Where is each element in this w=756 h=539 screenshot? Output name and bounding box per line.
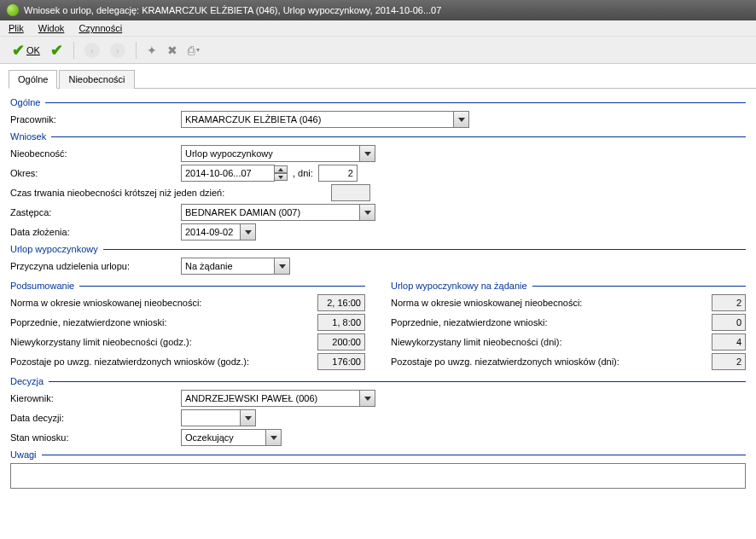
nieobecnosc-input[interactable] [181, 145, 360, 162]
okres-input[interactable] [181, 165, 275, 182]
wrench-icon: ✖ [167, 43, 177, 57]
menu-widok[interactable]: Widok [38, 23, 65, 33]
poprzednie-label: Poprzednie, niezatwierdzone wnioski: [10, 317, 317, 327]
print-icon: ⎙ [188, 43, 195, 57]
group-wniosek: Wniosek [10, 131, 746, 142]
tab-nieobecnosci[interactable]: Nieobecności [59, 70, 134, 89]
group-ogolne: Ogólne [10, 97, 746, 107]
pozostaje-godz-label: Pozostaje po uwzg. niezatwierdzonych wni… [10, 356, 317, 367]
dropdown-icon[interactable] [360, 390, 375, 407]
pozostaje-dni-label: Pozostaje po uwzg. niezatwierdzonych wni… [391, 356, 712, 367]
dropdown-icon[interactable] [241, 409, 256, 426]
poprzednie-value-2: 0 [712, 314, 746, 331]
pozostaje-dni-value: 2 [712, 353, 746, 370]
czas-trwania-label: Czas trwania nieobecności krótszej niż j… [10, 188, 331, 198]
menu-bar: Plik Widok Czynności [0, 20, 756, 37]
check-icon: ✔ [12, 41, 25, 60]
group-decyzja: Decyzja [10, 376, 746, 386]
group-urlop-wyp: Urlop wypoczynkowy [10, 244, 746, 254]
poprzednie-value: 1, 8:00 [317, 314, 365, 331]
przyczyna-input[interactable] [181, 258, 275, 275]
czas-trwania-value [331, 184, 370, 201]
dropdown-icon[interactable] [360, 204, 375, 221]
nav-back-button[interactable]: ‹ [81, 41, 103, 60]
chevron-down-icon: ▾ [196, 46, 200, 54]
app-icon [7, 4, 19, 16]
arrow-right-icon: › [110, 43, 125, 58]
dropdown-icon[interactable] [241, 223, 256, 241]
window-titlebar: Wniosek o urlop, delegację: KRAMARCZUK E… [0, 0, 756, 20]
pracownik-combo[interactable] [181, 111, 469, 128]
kierownik-input[interactable] [181, 390, 360, 407]
dropdown-icon[interactable] [360, 145, 375, 162]
data-zlozenia-combo[interactable] [181, 223, 256, 241]
nieobecnosc-combo[interactable] [181, 145, 375, 162]
data-zlozenia-label: Data złożenia: [10, 227, 181, 237]
tab-content: Ogólne Pracownik: Wniosek Nieobecność: O… [0, 89, 756, 501]
norma-label: Norma w okresie wnioskowanej nieobecnośc… [10, 298, 317, 308]
check-icon: ✔ [50, 41, 63, 60]
zastepca-label: Zastępca: [10, 207, 181, 217]
dropdown-icon[interactable] [454, 111, 469, 128]
norma-value-2: 2 [712, 294, 746, 311]
ok-button[interactable]: ✔ OK [9, 39, 44, 61]
wand-icon: ✦ [147, 43, 157, 57]
apply-button[interactable]: ✔ [47, 39, 67, 61]
dropdown-icon[interactable] [266, 429, 282, 446]
poprzednie-label-2: Poprzednie, niezatwierdzone wnioski: [391, 317, 712, 327]
nieobecnosc-label: Nieobecność: [10, 148, 181, 159]
chevron-up-icon[interactable] [274, 165, 288, 173]
okres-field[interactable] [181, 165, 288, 182]
norma-value: 2, 16:00 [317, 294, 365, 311]
toolbar: ✔ OK ✔ ‹ › ✦ ✖ ⎙▾ [0, 37, 756, 64]
toolbar-separator [136, 42, 137, 59]
data-decyzji-label: Data decyzji: [10, 413, 181, 423]
okres-label: Okres: [10, 168, 181, 178]
group-uwagi: Uwagi [10, 449, 746, 460]
dni-label: , dni: [293, 168, 313, 178]
niewykorzystany-godz-label: Niewykorzystany limit nieobecności (godz… [10, 337, 317, 347]
menu-czynnosci[interactable]: Czynności [79, 23, 122, 33]
print-button[interactable]: ⎙▾ [184, 42, 203, 59]
niewykorzystany-dni-value: 4 [712, 333, 746, 351]
okres-spinner[interactable] [274, 165, 288, 181]
menu-plik[interactable]: Plik [9, 23, 24, 33]
tools-button[interactable]: ✦ [143, 42, 160, 59]
zastepca-combo[interactable] [181, 204, 375, 221]
nav-forward-button[interactable]: › [107, 41, 129, 60]
stan-wniosku-combo[interactable] [181, 429, 282, 446]
zastepca-input[interactable] [181, 204, 360, 221]
tab-ogolne[interactable]: Ogólne [9, 70, 57, 89]
pracownik-input[interactable] [181, 111, 454, 128]
data-decyzji-combo[interactable] [181, 409, 256, 426]
przyczyna-label: Przyczyna udzielenia urlopu: [10, 261, 181, 271]
settings-button[interactable]: ✖ [164, 42, 181, 59]
toolbar-separator [73, 42, 74, 59]
chevron-down-icon[interactable] [274, 173, 288, 181]
norma-label-2: Norma w okresie wnioskowanej nieobecnośc… [391, 298, 712, 308]
stan-wniosku-label: Stan wniosku: [10, 432, 181, 443]
pozostaje-godz-value: 176:00 [317, 353, 365, 370]
data-decyzji-input[interactable] [181, 409, 241, 426]
stan-wniosku-input[interactable] [181, 429, 266, 446]
kierownik-combo[interactable] [181, 390, 375, 407]
uwagi-textarea[interactable] [10, 463, 746, 489]
ok-label: OK [26, 45, 40, 55]
group-podsumowanie: Podsumowanie [10, 281, 365, 291]
pracownik-label: Pracownik: [10, 114, 181, 125]
dni-value[interactable]: 2 [318, 165, 358, 182]
przyczyna-combo[interactable] [181, 258, 290, 275]
dropdown-icon[interactable] [275, 258, 290, 275]
window-title: Wniosek o urlop, delegację: KRAMARCZUK E… [24, 5, 441, 15]
kierownik-label: Kierownik: [10, 393, 181, 403]
niewykorzystany-dni-label: Niewykorzystany limit nieobecności (dni)… [391, 337, 712, 347]
arrow-left-icon: ‹ [84, 43, 100, 58]
tab-strip: Ogólne Nieobecności [9, 69, 756, 89]
group-na-zadanie: Urlop wypoczynkowy na żądanie [391, 281, 746, 291]
data-zlozenia-input[interactable] [181, 223, 241, 241]
niewykorzystany-godz-value: 200:00 [317, 333, 365, 351]
